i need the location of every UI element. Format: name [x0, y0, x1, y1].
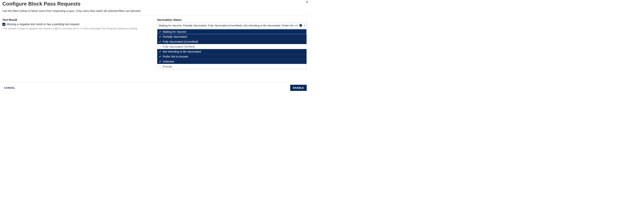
clear-selection-icon[interactable]	[299, 24, 302, 27]
vaccination-status-dropdown: Waiting for VaccinePartially VaccinatedF…	[157, 29, 307, 69]
close-icon[interactable]	[305, 0, 309, 4]
divider	[0, 15, 309, 15]
check-icon	[159, 30, 161, 33]
test-result-checkbox-label: Missing a negative test result or has a …	[7, 23, 80, 26]
check-icon	[159, 35, 161, 38]
vaccination-status-selected-text: Waiting for Vaccine, Partially Vaccinate…	[159, 24, 294, 27]
vaccination-status-option-label: Prefer Not to Answer	[163, 55, 188, 58]
modal-footer: CANCEL ENABLE	[0, 82, 309, 94]
check-icon	[159, 40, 161, 43]
vaccination-status-option-label: Fully Vaccinated (Unverified)	[163, 40, 198, 43]
vaccination-status-input[interactable]: Waiting for Vaccine, Partially Vaccinate…	[157, 23, 307, 28]
test-result-label: Test Result	[2, 18, 152, 21]
vaccination-status-option[interactable]: Prefer Not to Answer	[157, 54, 307, 59]
configure-block-pass-requests-modal: Configure Block Pass Requests Use the fi…	[0, 0, 309, 69]
vaccination-status-option-label: Partially Vaccinated	[163, 35, 187, 38]
vaccination-status-option[interactable]: Not Intending to Be Vaccinated	[157, 49, 307, 54]
modal-title: Configure Block Pass Requests	[2, 1, 307, 7]
vaccination-status-option-label: Unknown	[163, 60, 174, 63]
more-indicator-icon: •••	[295, 24, 298, 27]
test-result-section: Test Result Missing a negative test resu…	[2, 18, 152, 69]
vaccination-status-section: Vaccination Status Waiting for Vaccine, …	[157, 18, 307, 69]
vaccination-status-label: Vaccination Status	[157, 18, 307, 21]
test-result-checkbox[interactable]	[2, 23, 5, 26]
cancel-button[interactable]: CANCEL	[4, 86, 15, 89]
vaccination-status-option[interactable]: Waiting for Vaccine	[157, 29, 307, 34]
check-icon	[159, 50, 161, 53]
check-icon	[159, 45, 161, 48]
vaccination-status-option-label: Not Intending to Be Vaccinated	[163, 50, 201, 53]
vaccination-status-option[interactable]: Fully Vaccinated (Unverified)	[157, 39, 307, 44]
caret-down-icon[interactable]	[303, 24, 305, 26]
vaccination-status-multiselect: Waiting for Vaccine, Partially Vaccinate…	[157, 23, 307, 69]
vaccination-status-option-label: Waiting for Vaccine	[163, 30, 186, 33]
vaccination-status-option[interactable]: Partially Vaccinated	[157, 34, 307, 39]
test-result-hint: The number of days a negative test resul…	[2, 27, 152, 30]
vaccination-status-option[interactable]: Exempt	[157, 64, 307, 69]
vaccination-status-option-label: Fully Vaccinated (Verified)	[163, 45, 195, 48]
vaccination-status-option[interactable]: Unknown	[157, 59, 307, 64]
check-icon	[159, 60, 161, 63]
check-icon	[159, 55, 161, 58]
enable-button[interactable]: ENABLE	[290, 85, 307, 91]
vaccination-status-option-label: Exempt	[163, 65, 172, 68]
check-icon	[159, 65, 161, 68]
vaccination-status-option[interactable]: Fully Vaccinated (Verified)	[157, 44, 307, 49]
modal-subtitle: Use the filters below to block users fro…	[2, 9, 307, 12]
